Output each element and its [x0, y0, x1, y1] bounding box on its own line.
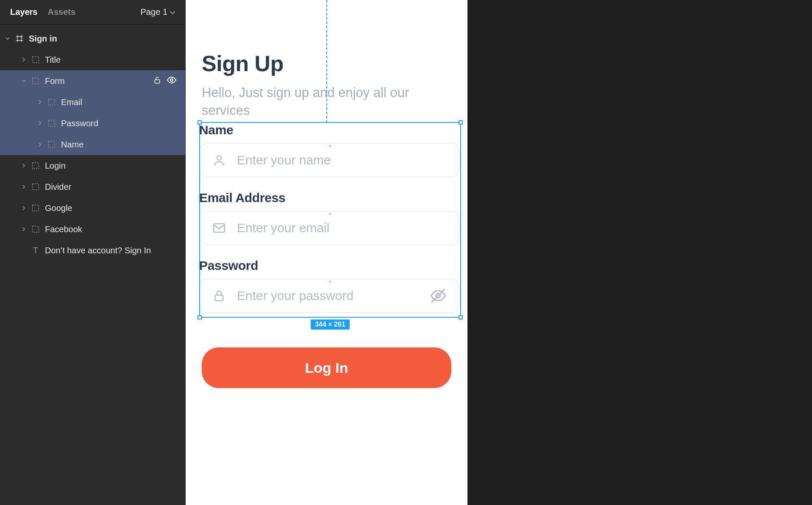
field-name-label: Name — [199, 123, 459, 137]
layer-label: Email — [61, 97, 185, 107]
layer-label: Form — [45, 76, 153, 86]
password-input[interactable] — [237, 289, 419, 303]
layer-row-title[interactable]: Title — [0, 49, 185, 70]
layer-row-name[interactable]: Name — [0, 134, 185, 155]
form-group: Name Email Address — [199, 123, 459, 313]
layer-label: Don’t have account? Sign In — [45, 246, 185, 255]
center-marker-icon — [329, 145, 331, 147]
text-icon — [30, 244, 42, 256]
layer-row-login[interactable]: Login — [0, 155, 185, 176]
svg-rect-11 — [33, 163, 39, 169]
disclosure-right-icon[interactable] — [36, 120, 44, 127]
frame-icon — [14, 33, 25, 44]
email-input-container[interactable] — [199, 211, 459, 245]
title-group: Sign Up Hello, Just sign up and enjoy al… — [202, 51, 451, 119]
layer-label: Divider — [45, 182, 185, 192]
svg-rect-8 — [49, 99, 55, 105]
panel-header: Layers Assets Page 1 — [0, 0, 185, 25]
field-password: Password — [199, 258, 459, 313]
selection-handle-sw[interactable] — [197, 315, 202, 319]
layer-row-facebook[interactable]: Facebook — [0, 219, 185, 240]
field-email-label: Email Address — [199, 191, 459, 205]
field-email: Email Address — [199, 191, 459, 245]
layer-label: Sign in — [29, 34, 185, 44]
svg-point-7 — [170, 79, 173, 81]
svg-rect-9 — [49, 120, 55, 127]
name-input[interactable] — [237, 153, 447, 167]
field-password-label: Password — [199, 258, 459, 273]
disclosure-right-icon[interactable] — [19, 226, 28, 233]
layer-label: Title — [45, 55, 185, 65]
group-icon — [30, 54, 42, 66]
svg-rect-19 — [215, 295, 223, 301]
user-icon — [211, 153, 227, 168]
svg-rect-6 — [155, 80, 160, 83]
eye-icon[interactable] — [167, 75, 177, 87]
disclosure-down-icon[interactable] — [19, 78, 28, 84]
page-subtitle: Hello, Just sign up and enjoy all our se… — [202, 84, 451, 119]
layer-label: Facebook — [45, 225, 185, 234]
canvas[interactable]: Sign Up Hello, Just sign up and enjoy al… — [186, 0, 812, 505]
layer-label: Password — [61, 119, 185, 128]
page-title: Sign Up — [202, 51, 451, 76]
layer-row-google[interactable]: Google — [0, 197, 185, 219]
group-icon — [30, 181, 42, 193]
chevron-down-icon — [170, 9, 175, 16]
disclosure-down-icon[interactable] — [3, 36, 12, 42]
eye-off-icon[interactable] — [429, 287, 447, 305]
disclosure-right-icon[interactable] — [36, 99, 44, 105]
layer-row-password[interactable]: Password — [0, 113, 185, 134]
group-icon — [30, 202, 42, 214]
page-selector-label: Page 1 — [141, 7, 167, 17]
panel-tabs: Layers Assets — [10, 7, 75, 17]
layer-row-don-t-have-account-sign-in[interactable]: Don’t have account? Sign In — [0, 240, 185, 261]
disclosure-right-icon[interactable] — [19, 163, 28, 169]
password-input-container[interactable] — [199, 279, 459, 313]
mail-icon — [211, 220, 227, 236]
svg-rect-13 — [33, 205, 39, 211]
group-icon — [46, 96, 58, 108]
center-marker-icon — [329, 213, 331, 214]
unlock-icon[interactable] — [153, 76, 161, 86]
svg-rect-5 — [33, 78, 39, 84]
disclosure-right-icon[interactable] — [36, 142, 44, 148]
login-button[interactable]: Log In — [202, 347, 451, 388]
layer-row-sign-in[interactable]: Sign in — [0, 28, 185, 49]
layer-row-divider[interactable]: Divider — [0, 176, 185, 197]
svg-rect-14 — [33, 226, 39, 233]
selection-handle-se[interactable] — [459, 315, 463, 319]
svg-rect-4 — [33, 57, 39, 63]
layer-tree: Sign inTitleFormEmailPasswordNameLoginDi… — [0, 25, 185, 261]
group-icon — [30, 223, 42, 235]
lock-icon — [211, 288, 227, 303]
group-icon — [46, 117, 58, 129]
artboard-sign-in[interactable]: Sign Up Hello, Just sign up and enjoy al… — [186, 0, 467, 505]
layer-label: Name — [61, 140, 185, 150]
tab-layers[interactable]: Layers — [10, 7, 38, 17]
layer-label: Login — [45, 161, 185, 171]
disclosure-right-icon[interactable] — [19, 184, 28, 190]
canvas-empty-area[interactable] — [467, 0, 812, 505]
layer-row-email[interactable]: Email — [0, 92, 185, 113]
login-button-label: Log In — [305, 360, 348, 376]
group-icon — [46, 139, 58, 150]
svg-point-17 — [217, 155, 222, 160]
field-name: Name — [199, 123, 459, 177]
selection-dimensions-badge: 344 × 261 — [311, 319, 350, 330]
center-marker-icon — [329, 281, 331, 282]
name-input-container[interactable] — [199, 143, 459, 177]
svg-rect-12 — [33, 184, 39, 190]
page-selector[interactable]: Page 1 — [141, 7, 175, 17]
layer-label: Google — [45, 203, 185, 213]
group-icon — [30, 160, 42, 172]
disclosure-right-icon[interactable] — [19, 205, 28, 211]
layer-row-form[interactable]: Form — [0, 70, 185, 92]
group-icon — [30, 75, 42, 87]
svg-rect-10 — [49, 142, 55, 148]
tab-assets[interactable]: Assets — [48, 7, 76, 17]
layers-panel: Layers Assets Page 1 Sign inTitleFormEma… — [0, 0, 186, 505]
layer-row-actions — [153, 75, 185, 87]
email-input[interactable] — [237, 221, 447, 235]
disclosure-right-icon[interactable] — [19, 57, 28, 63]
